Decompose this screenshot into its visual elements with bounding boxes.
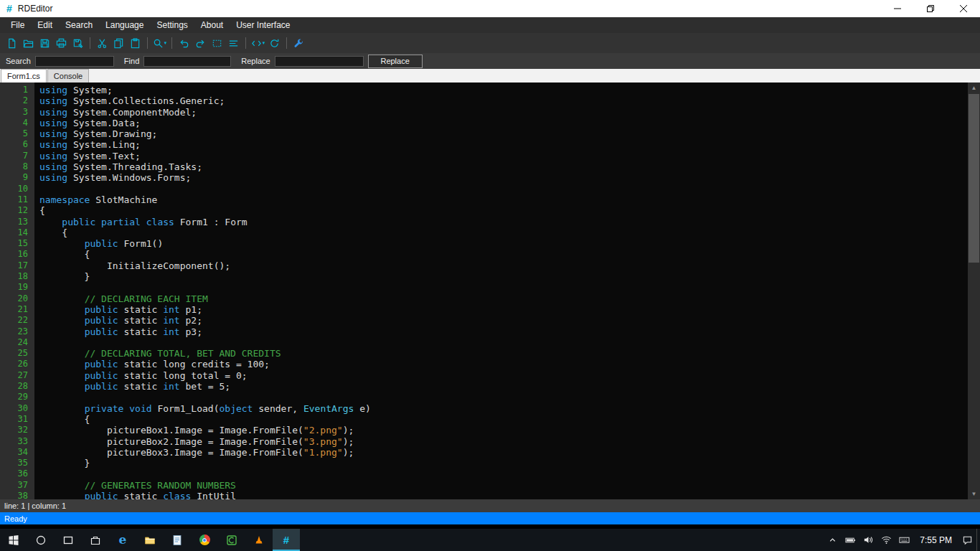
- code-line: InitializeComponent();: [39, 260, 966, 271]
- tab-strip: Form1.csConsole: [0, 69, 980, 83]
- line-number: 24: [0, 337, 34, 348]
- line-number: 34: [0, 447, 34, 458]
- menu-search[interactable]: Search: [59, 17, 99, 33]
- media-player-icon[interactable]: [245, 529, 273, 551]
- tab-form1-cs[interactable]: Form1.cs: [1, 69, 47, 83]
- task-view-icon[interactable]: [55, 529, 82, 551]
- green-app-icon[interactable]: [218, 529, 245, 551]
- code-line: public static int bet = 5;: [39, 381, 966, 392]
- show-desktop-button[interactable]: [976, 529, 980, 551]
- action-center-icon[interactable]: [958, 529, 976, 551]
- code-area[interactable]: using System;using System.Collections.Ge…: [34, 83, 980, 499]
- replace-button[interactable]: Replace: [368, 55, 423, 68]
- line-number: 21: [0, 304, 34, 315]
- code-line: // DECLARING EACH ITEM: [39, 293, 966, 304]
- toolbar-separator: [147, 37, 148, 49]
- rdeditor-icon[interactable]: #: [273, 529, 300, 551]
- cut-icon[interactable]: [94, 35, 110, 51]
- line-number: 7: [0, 151, 34, 161]
- undo-icon[interactable]: [176, 35, 192, 51]
- store-icon[interactable]: [82, 529, 109, 551]
- code-line: public partial class Form1 : Form: [39, 217, 966, 227]
- restore-icon[interactable]: [914, 0, 947, 17]
- code-view-icon[interactable]: ▾: [250, 35, 266, 51]
- find-input[interactable]: [143, 56, 231, 67]
- network-icon[interactable]: [877, 529, 895, 551]
- menu-edit[interactable]: Edit: [31, 17, 59, 33]
- taskbar-clock[interactable]: 7:55 PM: [913, 529, 958, 551]
- line-number: 38: [0, 491, 34, 501]
- code-line: {: [39, 205, 966, 216]
- redo-icon[interactable]: [192, 35, 209, 51]
- scroll-up-icon[interactable]: ▲: [968, 83, 980, 93]
- cortana-search-icon[interactable]: [27, 529, 55, 551]
- menu-user-interface[interactable]: User Interface: [230, 17, 296, 33]
- code-line: }: [39, 271, 966, 282]
- refresh-icon[interactable]: [266, 35, 283, 51]
- volume-icon[interactable]: [859, 529, 877, 551]
- code-editor[interactable]: 1234567891011121314151617181920212223242…: [0, 83, 980, 499]
- scrollbar-thumb[interactable]: [969, 94, 979, 263]
- line-number: 13: [0, 217, 34, 227]
- file-explorer-icon[interactable]: [136, 529, 164, 551]
- line-number: 35: [0, 458, 34, 468]
- toolbar: ▾▾: [0, 33, 980, 53]
- line-number: 9: [0, 172, 34, 183]
- battery-icon[interactable]: [842, 529, 859, 551]
- line-number: 14: [0, 227, 34, 238]
- close-icon[interactable]: [947, 0, 980, 17]
- toolbar-separator: [245, 37, 246, 49]
- replace-input[interactable]: [275, 56, 364, 67]
- line-number: 17: [0, 260, 34, 271]
- notepad-icon[interactable]: [164, 529, 191, 551]
- tab-console[interactable]: Console: [47, 69, 89, 83]
- line-number: 5: [0, 128, 34, 139]
- line-number: 31: [0, 414, 34, 425]
- save-all-icon[interactable]: [70, 35, 86, 51]
- code-line: pictureBox3.Image = Image.FromFile("1.pn…: [39, 447, 966, 458]
- code-line: using System.Linq;: [39, 139, 966, 150]
- toolbar-separator: [171, 37, 172, 49]
- code-line: // DECLARING TOTAL, BET AND CREDITS: [39, 348, 966, 359]
- line-number: 11: [0, 194, 34, 205]
- copy-icon[interactable]: [110, 35, 127, 51]
- zoom-search-icon[interactable]: ▾: [151, 35, 168, 51]
- touch-keyboard-icon[interactable]: [895, 529, 913, 551]
- search-input[interactable]: [35, 56, 114, 67]
- menu-settings[interactable]: Settings: [150, 17, 194, 33]
- code-line: [39, 184, 966, 194]
- line-number: 37: [0, 480, 34, 491]
- dropdown-arrow-icon[interactable]: ▾: [263, 40, 265, 46]
- minimize-icon[interactable]: [881, 0, 914, 17]
- chrome-icon[interactable]: [191, 529, 218, 551]
- cursor-position: line: 1 | column: 1: [4, 501, 66, 510]
- code-line: [39, 337, 966, 348]
- ready-bar: Ready: [0, 512, 980, 524]
- selection-icon[interactable]: [209, 35, 225, 51]
- save-icon[interactable]: [37, 35, 53, 51]
- window-title: RDEditor: [18, 4, 53, 14]
- new-file-icon[interactable]: [4, 35, 20, 51]
- menu-file[interactable]: File: [4, 17, 31, 33]
- start-icon[interactable]: [0, 529, 27, 551]
- code-line: public Form1(): [39, 238, 966, 249]
- app-logo-icon: #: [6, 3, 12, 14]
- paste-icon[interactable]: [127, 35, 143, 51]
- scroll-down-icon[interactable]: ▼: [968, 489, 980, 499]
- line-number: 33: [0, 436, 34, 447]
- print-icon[interactable]: [53, 35, 70, 51]
- open-file-icon[interactable]: [20, 35, 37, 51]
- rdeditor-window: # RDEditor FileEditSearchLanguageSetting…: [0, 0, 980, 551]
- align-icon[interactable]: [225, 35, 242, 51]
- editor-scrollbar[interactable]: ▲ ▼: [968, 83, 980, 499]
- tools-icon[interactable]: [291, 35, 307, 51]
- menu-language[interactable]: Language: [99, 17, 150, 33]
- line-number: 4: [0, 118, 34, 128]
- window-controls: [881, 0, 980, 17]
- edge-icon[interactable]: e: [109, 529, 136, 551]
- dropdown-arrow-icon[interactable]: ▾: [164, 40, 167, 46]
- code-line: public static class IntUtil: [39, 491, 966, 499]
- chevron-up-icon[interactable]: [824, 529, 842, 551]
- ready-text: Ready: [4, 514, 27, 523]
- menu-about[interactable]: About: [194, 17, 230, 33]
